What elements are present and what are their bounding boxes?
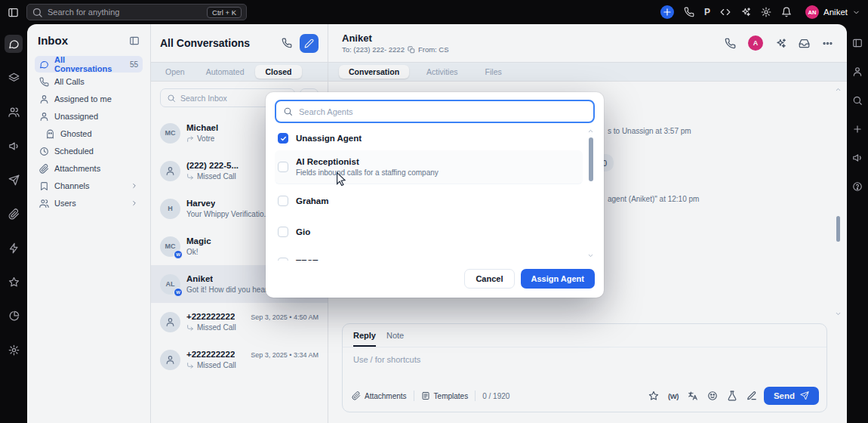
sidebar-toggle-icon[interactable] [8,7,19,18]
signature-icon[interactable] [746,391,757,401]
emoji-icon[interactable] [707,391,718,401]
new-call-icon[interactable] [282,38,292,48]
contact-name: Aniket [186,274,213,283]
option-unassign-agent[interactable]: Unassign Agent [275,126,583,150]
settings-icon[interactable] [761,7,771,17]
checkbox-unchecked[interactable] [278,196,288,206]
checkbox-unchecked[interactable] [278,162,288,172]
notifications-bell-icon[interactable] [781,7,792,17]
sidebar-item-ghosted[interactable]: Ghosted [35,125,143,142]
sidebar-item-scheduled[interactable]: Scheduled [35,143,143,159]
sidebar-item-all-conversations[interactable]: All Conversations 55 [35,56,143,73]
global-search-input[interactable]: Ctrl + K [26,4,247,20]
sidebar-item-assigned-to-me[interactable]: Assigned to me [35,91,143,107]
message-input[interactable]: Use / for shortcuts [343,347,826,387]
call-icon[interactable] [725,38,736,49]
sidebar-item-all-calls[interactable]: All Calls [35,73,143,90]
checkbox-checked[interactable] [278,133,288,144]
option-gio[interactable]: Gio [275,220,583,244]
sidebar-item-channels[interactable]: Channels [35,178,143,194]
sidebar-item-attachments[interactable]: Attachments [35,160,143,177]
translate-icon[interactable] [688,391,698,401]
contact-name: +222222222 [186,350,235,359]
nav-contacts-button[interactable] [5,69,23,87]
payments-icon[interactable]: P [704,7,710,17]
option-ai-receptionist[interactable]: AI Receptionist Fields inbound calls for… [275,150,583,184]
scrollbar-thumb[interactable] [589,137,593,181]
archive-inbox-icon[interactable] [799,38,810,49]
attachments-button[interactable]: Attachments [352,391,407,400]
nav-automations-button[interactable] [5,239,23,257]
tab-closed[interactable]: Closed [255,65,301,79]
nav-attachments-button[interactable] [5,205,23,223]
more-options-icon[interactable] [822,38,833,49]
scroll-down-icon[interactable] [587,252,594,259]
chevron-down-icon [852,8,860,17]
search-icon[interactable] [852,95,863,106]
scrollbar-thumb[interactable] [836,216,840,242]
scroll-down-icon[interactable] [835,310,842,317]
agent-search-field[interactable] [299,107,586,116]
conversation-item-phone-2[interactable]: +222222222Sep 3, 2025 • 4:50 AM Missed C… [151,303,328,341]
tab-note[interactable]: Note [386,331,404,347]
nav-settings-button[interactable] [5,341,23,359]
option-test[interactable]: TEST [275,251,583,261]
assign-agent-modal: Unassign Agent AI Receptionist Fields in… [266,92,604,298]
cancel-button[interactable]: Cancel [464,269,514,289]
option-graham[interactable]: Graham [275,189,583,213]
tab-automated[interactable]: Automated [196,65,254,79]
tab-activities[interactable]: Activities [417,65,467,79]
nav-analytics-button[interactable] [5,307,23,325]
sidebar-item-users[interactable]: Users [35,195,143,212]
profile-icon[interactable] [852,66,863,77]
tab-conversation[interactable]: Conversation [339,65,409,79]
option-label: Graham [296,196,328,205]
send-button[interactable]: Send [764,387,819,405]
modal-scrollbar[interactable] [586,128,595,259]
plus-icon[interactable] [852,124,863,134]
experiment-icon[interactable] [727,391,737,401]
quick-add-button[interactable] [660,5,674,19]
compose-button[interactable] [300,34,319,53]
calls-icon[interactable] [684,7,694,17]
checkbox-unchecked[interactable] [278,227,288,237]
user-menu[interactable]: AN Aniket [805,5,860,19]
assignee-avatar[interactable]: A [748,36,763,51]
conversation-to: To: (223) 222- 2222 [342,45,405,54]
panel-toggle-icon[interactable] [852,38,863,48]
sparkle-icon[interactable] [740,7,751,17]
developer-icon[interactable] [720,7,731,17]
scroll-up-icon[interactable] [587,128,594,134]
help-icon[interactable] [852,181,863,192]
system-note-assign: agent (Aniket)" at 12:10 pm [608,195,699,203]
avatar: ALW [160,274,180,295]
nav-favorites-button[interactable] [5,273,23,291]
nav-people-button[interactable] [5,103,23,121]
nav-inbox-button[interactable] [5,35,23,53]
agent-search-input[interactable] [275,100,595,123]
whippy-ai-icon[interactable]: (W) [668,392,679,400]
tab-reply[interactable]: Reply [353,331,376,347]
tab-files[interactable]: Files [476,65,512,79]
announcements-icon[interactable] [852,153,863,163]
thread-scrollbar[interactable] [834,86,842,317]
star-icon[interactable] [648,391,659,401]
nav-campaigns-button[interactable] [5,137,23,155]
contact-name: Michael [186,123,218,132]
nav-sequences-button[interactable] [5,171,23,189]
checkbox-unchecked[interactable] [278,258,288,261]
collapse-panel-icon[interactable] [129,36,140,46]
global-search-field[interactable] [48,8,202,17]
search-icon [167,94,176,103]
option-label: Unassign Agent [296,134,362,143]
scroll-up-icon[interactable] [835,86,842,93]
ai-agent-icon[interactable] [775,38,786,49]
missed-call-icon [186,324,194,332]
templates-button[interactable]: Templates [421,391,469,400]
conversation-item-phone-3[interactable]: +222222222Sep 3, 2025 • 3:34 AM Missed C… [151,341,328,378]
tab-open[interactable]: Open [155,65,195,79]
sidebar-item-unassigned[interactable]: Unassigned [35,108,143,125]
assign-agent-button[interactable]: Assign Agent [521,269,596,289]
avatar-initials: MC [165,129,176,137]
copy-icon[interactable] [408,46,415,54]
